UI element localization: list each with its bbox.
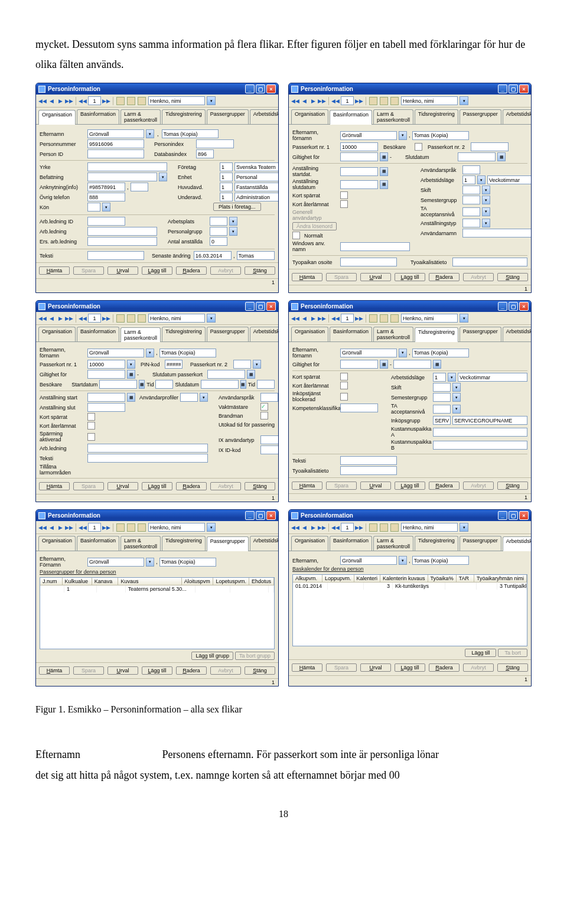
input-anslut[interactable] xyxy=(340,180,378,189)
nav-fast-prev-icon[interactable]: ◀◀ xyxy=(79,97,86,105)
urval-button[interactable]: Urval xyxy=(107,666,138,675)
stang-button[interactable]: Stäng xyxy=(245,482,275,490)
input-ixanv[interactable] xyxy=(260,435,279,444)
input-anstart[interactable] xyxy=(87,393,125,402)
dropdown-icon[interactable]: ▾ xyxy=(482,186,490,194)
page-number-input[interactable] xyxy=(341,523,354,532)
tool-icon-2[interactable] xyxy=(380,523,388,532)
search-input[interactable] xyxy=(148,314,205,323)
tab-passergrupper[interactable]: Passergrupper xyxy=(460,109,501,124)
input-ansttyp[interactable] xyxy=(462,219,480,227)
tab-basinformation[interactable]: Basinformation xyxy=(77,327,119,341)
date-icon[interactable]: ▦ xyxy=(380,360,388,369)
input-huvud[interactable] xyxy=(220,183,233,191)
tool-icon-1[interactable] xyxy=(116,97,125,105)
input-gilt[interactable] xyxy=(87,370,125,379)
spara-button[interactable]: Spara xyxy=(73,482,104,490)
minimize-button[interactable]: _ xyxy=(498,84,507,93)
stang-button[interactable]: Stäng xyxy=(497,663,528,672)
nav-fast-prev-icon[interactable]: ◀◀ xyxy=(79,524,86,531)
tab-basinformation[interactable]: Basinformation xyxy=(330,110,372,125)
dropdown-icon[interactable]: ▾ xyxy=(159,173,167,181)
nav-first-icon[interactable]: ◀◀ xyxy=(292,97,299,105)
dropdown-icon[interactable]: ▾ xyxy=(127,360,135,369)
input-arbled[interactable] xyxy=(87,444,208,453)
tab-basinformation[interactable]: Basinformation xyxy=(77,536,119,551)
page-number-input[interactable] xyxy=(341,96,354,105)
dropdown-icon[interactable]: ▾ xyxy=(253,360,261,369)
spara-button[interactable]: Spara xyxy=(326,663,357,672)
input-startdat[interactable] xyxy=(99,380,137,389)
tool-icon-1[interactable] xyxy=(116,523,125,532)
checkbox-ksparr[interactable] xyxy=(87,413,95,421)
search-dropdown-icon[interactable]: ▾ xyxy=(460,523,468,532)
input-gilt[interactable] xyxy=(340,152,378,161)
dropdown-icon[interactable]: ▾ xyxy=(448,373,456,382)
avbryt-button[interactable]: Avbryt xyxy=(463,663,494,672)
input-tyoaika[interactable] xyxy=(340,466,397,475)
spara-button[interactable]: Spara xyxy=(73,266,104,275)
input-sem[interactable] xyxy=(462,196,480,204)
nav-fast-next-icon[interactable]: ▶▶ xyxy=(356,97,363,105)
lagg-button[interactable]: Lägg till xyxy=(395,273,425,281)
input-anvprof[interactable] xyxy=(180,393,198,402)
checkbox-sparra[interactable] xyxy=(87,433,95,441)
urval-button[interactable]: Urval xyxy=(360,481,391,490)
input-foretag[interactable] xyxy=(220,162,233,171)
hamta-button[interactable]: Hämta xyxy=(39,666,70,675)
input-tid[interactable] xyxy=(155,380,173,389)
stang-button[interactable]: Stäng xyxy=(245,666,275,675)
input-fornamn[interactable] xyxy=(162,129,219,138)
tab-arbetstid[interactable]: Arbetstidskalender xyxy=(250,327,279,341)
tab-passergrupper[interactable]: Passergrupper xyxy=(207,109,249,124)
tool-icon-3[interactable] xyxy=(390,314,399,323)
input-tyopaik[interactable] xyxy=(340,258,397,266)
dropdown-icon[interactable]: ▾ xyxy=(452,393,461,402)
nav-next-icon[interactable]: ▶ xyxy=(57,315,64,322)
tab-arbetstid[interactable]: Arbetstidskalender xyxy=(250,109,279,124)
checkbox-vakt[interactable] xyxy=(260,403,268,411)
radera-button[interactable]: Radera xyxy=(429,481,460,490)
search-input[interactable] xyxy=(148,523,205,532)
hamta-button[interactable]: Hämta xyxy=(292,273,322,281)
nav-next-icon[interactable]: ▶ xyxy=(57,97,64,105)
urval-button[interactable]: Urval xyxy=(107,266,138,275)
input-fornamn[interactable] xyxy=(159,349,216,357)
col-kanava[interactable]: Kanava xyxy=(92,578,119,585)
search-dropdown-icon[interactable]: ▾ xyxy=(207,96,216,105)
input-ta[interactable] xyxy=(433,405,451,414)
input-gilt1[interactable] xyxy=(340,360,378,369)
input-gilt2[interactable] xyxy=(393,360,431,369)
checkbox-ksparr[interactable] xyxy=(340,191,348,199)
nav-last-icon[interactable]: ▶▶ xyxy=(66,97,73,105)
tab-organisation[interactable]: Organisation xyxy=(38,327,76,341)
tab-larm[interactable]: Larm & passerkontroll xyxy=(120,327,161,342)
dropdown-icon[interactable]: ▾ xyxy=(452,405,461,414)
input-kustA[interactable] xyxy=(433,428,527,437)
lagg-button[interactable]: Lägg till xyxy=(142,666,172,675)
input-anslut[interactable] xyxy=(87,403,125,412)
radera-button[interactable]: Radera xyxy=(176,666,207,675)
input-ta[interactable] xyxy=(462,207,480,216)
tab-arbetstid[interactable]: Arbetstidskalender xyxy=(503,327,532,341)
tab-tidsreg[interactable]: Tidsregistrering xyxy=(162,109,206,124)
dropdown-icon[interactable]: ▾ xyxy=(102,203,110,212)
input-ankn2[interactable] xyxy=(131,183,148,191)
spara-button[interactable]: Spara xyxy=(73,666,104,675)
input-teksti[interactable] xyxy=(87,251,144,260)
tool-icon-1[interactable] xyxy=(116,314,125,323)
maximize-button[interactable]: ▢ xyxy=(509,84,518,93)
dropdown-icon[interactable]: ▾ xyxy=(482,196,490,204)
nav-last-icon[interactable]: ▶▶ xyxy=(318,524,325,531)
input-winanv[interactable] xyxy=(340,242,410,251)
input-efternamn[interactable] xyxy=(340,349,397,357)
col-tar[interactable]: TAR xyxy=(457,575,474,582)
dropdown-icon[interactable]: ▾ xyxy=(146,349,154,357)
dropdown-icon[interactable]: ▾ xyxy=(452,383,461,392)
input-enhet-n[interactable] xyxy=(234,173,279,181)
input-efternamn[interactable] xyxy=(340,556,397,565)
search-dropdown-icon[interactable]: ▾ xyxy=(207,314,216,323)
tool-icon-3[interactable] xyxy=(138,97,146,105)
tab-arbetstid[interactable]: Arbetstidskalender xyxy=(250,536,279,551)
input-tyoaika[interactable] xyxy=(452,258,527,266)
